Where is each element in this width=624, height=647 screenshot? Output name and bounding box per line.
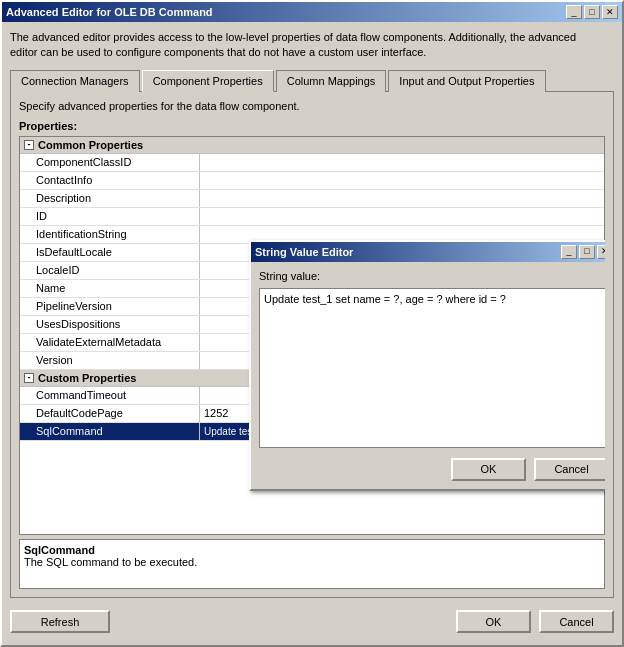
main-window: Advanced Editor for OLE DB Command _ □ ✕… [0, 0, 624, 647]
prop-name-isdefaultlocale: IsDefaultLocale [20, 244, 200, 261]
dialog-title-buttons: _ □ ✕ [561, 245, 605, 259]
dialog-close-button[interactable]: ✕ [597, 245, 605, 259]
properties-label: Properties: [19, 120, 605, 132]
prop-row-componentclassid[interactable]: ComponentClassID [20, 154, 604, 172]
prop-value-id [200, 208, 604, 225]
prop-name-componentclassid: ComponentClassID [20, 154, 200, 171]
prop-name-name: Name [20, 280, 200, 297]
ok-button[interactable]: OK [456, 610, 531, 633]
dialog-title: String Value Editor [255, 246, 353, 258]
close-button[interactable]: ✕ [602, 5, 618, 19]
prop-name-commandtimeout: CommandTimeout [20, 387, 200, 404]
prop-row-description[interactable]: Description [20, 190, 604, 208]
prop-name-sqlcommand: SqlCommand [20, 423, 200, 440]
tab-connection-managers[interactable]: Connection Managers [10, 70, 140, 92]
tab-column-mappings[interactable]: Column Mappings [276, 70, 387, 92]
tab-content-wrapper: Specify advanced properties for the data… [19, 100, 605, 589]
tab-content: Specify advanced properties for the data… [10, 91, 614, 598]
info-panel: SqlCommand The SQL command to be execute… [19, 539, 605, 589]
dialog-maximize-button[interactable]: □ [579, 245, 595, 259]
dialog-cancel-button[interactable]: Cancel [534, 458, 605, 481]
tabs-container: Connection Managers Component Properties… [10, 69, 614, 598]
cancel-button[interactable]: Cancel [539, 610, 614, 633]
dialog-body: String value: OK Cancel [251, 262, 605, 489]
custom-group-icon: - [24, 373, 34, 383]
window-body: The advanced editor provides access to t… [2, 22, 622, 645]
prop-name-validateexternalmetadata: ValidateExternalMetadata [20, 334, 200, 351]
maximize-button[interactable]: □ [584, 5, 600, 19]
prop-name-version: Version [20, 352, 200, 369]
string-value-textarea[interactable] [259, 288, 605, 448]
prop-value-description [200, 190, 604, 207]
custom-group-label: Custom Properties [38, 372, 136, 384]
tab-row: Connection Managers Component Properties… [10, 69, 614, 91]
window-title: Advanced Editor for OLE DB Command [6, 6, 213, 18]
ok-cancel-buttons: OK Cancel [456, 610, 614, 633]
prop-name-usesdispositions: UsesDispositions [20, 316, 200, 333]
dialog-minimize-button[interactable]: _ [561, 245, 577, 259]
refresh-button[interactable]: Refresh [10, 610, 110, 633]
description-line2: editor can be used to configure componen… [10, 46, 426, 58]
prop-name-description: Description [20, 190, 200, 207]
prop-value-componentclassid [200, 154, 604, 171]
tab-input-output-properties[interactable]: Input and Output Properties [388, 70, 545, 92]
prop-name-defaultcodepage: DefaultCodePage [20, 405, 200, 422]
info-panel-title: SqlCommand [24, 544, 600, 556]
prop-row-contactinfo[interactable]: ContactInfo [20, 172, 604, 190]
string-value-editor-dialog: String Value Editor _ □ ✕ String value: [249, 240, 605, 491]
bottom-buttons: Refresh OK Cancel [10, 606, 614, 637]
dialog-buttons: OK Cancel [259, 458, 605, 481]
description-line1: The advanced editor provides access to t… [10, 31, 576, 43]
description: The advanced editor provides access to t… [10, 30, 614, 61]
tab-component-properties[interactable]: Component Properties [142, 70, 274, 92]
title-bar: Advanced Editor for OLE DB Command _ □ ✕ [2, 2, 622, 22]
dialog-title-bar: String Value Editor _ □ ✕ [251, 242, 605, 262]
prop-name-localeid: LocaleID [20, 262, 200, 279]
prop-name-pipelineversion: PipelineVersion [20, 298, 200, 315]
prop-name-identificationstring: IdentificationString [20, 226, 200, 243]
common-group-label: Common Properties [38, 139, 143, 151]
info-panel-desc: The SQL command to be executed. [24, 556, 600, 568]
prop-name-contactinfo: ContactInfo [20, 172, 200, 189]
minimize-button[interactable]: _ [566, 5, 582, 19]
tab-description: Specify advanced properties for the data… [19, 100, 605, 112]
dialog-ok-button[interactable]: OK [451, 458, 526, 481]
string-value-label: String value: [259, 270, 605, 282]
prop-name-id: ID [20, 208, 200, 225]
title-bar-buttons: _ □ ✕ [566, 5, 618, 19]
prop-value-contactinfo [200, 172, 604, 189]
common-properties-header[interactable]: - Common Properties [20, 137, 604, 154]
common-group-icon: - [24, 140, 34, 150]
prop-row-id[interactable]: ID [20, 208, 604, 226]
